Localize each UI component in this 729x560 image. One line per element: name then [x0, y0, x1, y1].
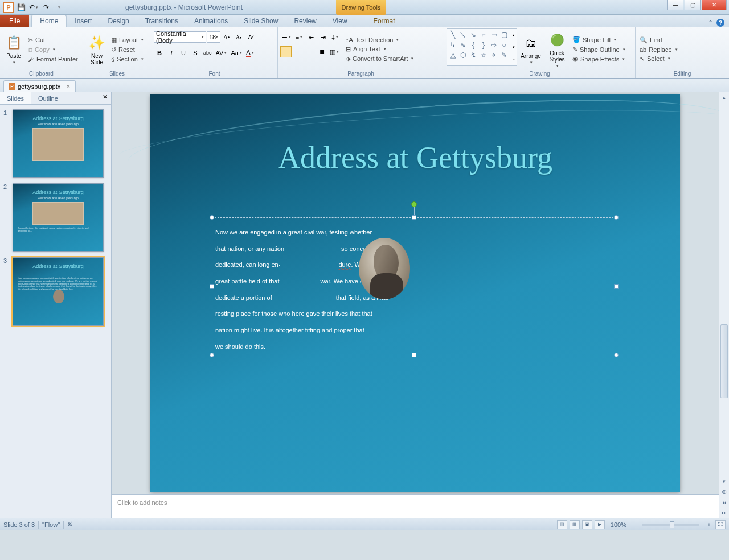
shape-oval-icon[interactable]: ○ — [499, 40, 509, 50]
prev-slide-btn[interactable]: ⏮ — [719, 497, 729, 508]
reading-view-button[interactable]: ▣ — [582, 520, 592, 529]
shape-connector-icon[interactable]: ⌐ — [479, 30, 488, 39]
lincoln-image[interactable] — [359, 238, 410, 299]
text-direction-button[interactable]: ↕AText Direction▾ — [344, 36, 415, 44]
maximize-button[interactable]: ▢ — [685, 0, 701, 10]
shape-free2-icon[interactable]: ↯ — [469, 51, 478, 60]
save-icon[interactable]: 💾 — [16, 2, 26, 13]
strikethrough-button[interactable]: S — [190, 47, 201, 59]
justify-button[interactable]: ≣ — [316, 46, 327, 57]
shape-star-icon[interactable]: ☆ — [479, 51, 488, 60]
resize-handle[interactable] — [412, 215, 416, 220]
zoom-out-button[interactable]: − — [629, 521, 637, 528]
fit-window-button[interactable]: ⛶ — [715, 520, 726, 529]
zoom-in-button[interactable]: + — [705, 521, 713, 528]
gallery-up-icon[interactable]: ▴ — [510, 29, 517, 41]
shape-tri-icon[interactable]: △ — [448, 51, 457, 60]
body-text[interactable]: Now we are engaged in a great civil war,… — [215, 222, 613, 351]
shape-arrow2-icon[interactable]: ⇨ — [489, 40, 498, 50]
scroll-thumb[interactable] — [720, 324, 728, 398]
gallery-down-icon[interactable]: ▾ — [510, 41, 517, 53]
shape-line-icon[interactable]: ╲ — [448, 30, 457, 39]
align-left-button[interactable]: ≡ — [280, 46, 292, 57]
zoom-level[interactable]: 100% — [611, 521, 626, 528]
vertical-scrollbar[interactable]: ▴ ▾ ⦿ ⏮ ⏭ — [719, 92, 729, 518]
align-right-button[interactable]: ≡ — [304, 46, 316, 57]
slide-thumbnail-1[interactable]: Address at Gettysburg Four score and sev… — [13, 109, 104, 178]
shadow-button[interactable]: abc — [202, 47, 214, 59]
clear-formatting-button[interactable]: A⁄ — [245, 31, 256, 43]
shape-free3-icon[interactable]: ✧ — [489, 51, 498, 60]
ribbon-minimize-icon[interactable]: ⌃ — [708, 19, 713, 27]
shrink-font-button[interactable]: A▾ — [233, 31, 244, 43]
resize-handle[interactable] — [210, 284, 214, 289]
text-placeholder[interactable]: Now we are engaged in a great civil war,… — [212, 217, 616, 355]
slide[interactable]: Address at Gettysburg Now we are engaged… — [150, 94, 680, 492]
slideshow-view-button[interactable]: ▶ — [595, 520, 605, 529]
shape-effects-button[interactable]: ◉Shape Effects▾ — [571, 55, 627, 63]
close-tab-icon[interactable]: ✕ — [66, 84, 71, 89]
italic-button[interactable]: I — [166, 47, 177, 59]
prev-slide-icon[interactable]: ⦿ — [719, 487, 729, 497]
slides-tab-label[interactable]: Slides — [0, 92, 31, 104]
help-icon[interactable]: ? — [716, 19, 724, 27]
slide-indicator[interactable]: Slide 3 of 3 — [3, 521, 35, 528]
shape-rect2-icon[interactable]: ▢ — [499, 30, 509, 39]
shape-brace2-icon[interactable]: } — [479, 40, 488, 50]
shape-rect-icon[interactable]: ▭ — [489, 30, 498, 39]
file-tab[interactable]: File — [0, 15, 29, 27]
redo-icon[interactable]: ↷ — [41, 2, 51, 13]
shape-hex-icon[interactable]: ⬡ — [458, 51, 468, 60]
slide-thumbnail-2[interactable]: Address at Gettysburg Four score and sev… — [13, 183, 104, 252]
normal-view-button[interactable]: ▤ — [557, 520, 567, 529]
resize-handle[interactable] — [614, 353, 619, 357]
underline-button[interactable]: U — [178, 47, 189, 59]
reset-button[interactable]: ↺Reset — [109, 46, 145, 54]
document-tab[interactable]: P gettysburg.pptx ✕ — [3, 80, 76, 92]
shape-elbow-icon[interactable]: ↳ — [448, 40, 457, 50]
shape-fill-button[interactable]: 🪣Shape Fill▾ — [571, 35, 627, 44]
shape-arrow-icon[interactable]: ↘ — [469, 30, 478, 39]
resize-handle[interactable] — [614, 215, 619, 220]
shape-free-icon[interactable]: ∿ — [458, 40, 468, 50]
shape-brace-icon[interactable]: { — [469, 40, 478, 50]
bullets-button[interactable]: ☰▾ — [280, 31, 293, 43]
animations-tab[interactable]: Animations — [186, 15, 236, 27]
bold-button[interactable]: B — [154, 47, 165, 59]
resize-handle[interactable] — [412, 353, 416, 357]
decrease-indent-button[interactable]: ⇤ — [305, 31, 317, 43]
increase-indent-button[interactable]: ⇥ — [317, 31, 329, 43]
next-slide-btn[interactable]: ⏭ — [719, 508, 729, 518]
font-color-button[interactable]: A▾ — [244, 47, 256, 59]
shapes-gallery[interactable]: ╲ ＼ ↘ ⌐ ▭ ▢ ↳ ∿ { } ⇨ ○ △ ⬡ ↯ ☆ ✧ ✎ ▴▾≡ — [447, 28, 517, 66]
close-button[interactable]: ✕ — [702, 0, 727, 10]
align-center-button[interactable]: ≡ — [292, 46, 304, 57]
insert-tab[interactable]: Insert — [67, 15, 100, 27]
zoom-slider[interactable] — [642, 524, 699, 526]
cut-button[interactable]: ✂Cut — [26, 36, 80, 44]
gallery-more-icon[interactable]: ≡ — [510, 53, 517, 65]
rotation-handle[interactable] — [411, 201, 417, 207]
spell-check-icon[interactable]: ✎̸ — [67, 521, 72, 528]
quick-styles-button[interactable]: 🟢 Quick Styles▾ — [544, 28, 570, 70]
resize-handle[interactable] — [210, 215, 214, 220]
zoom-knob[interactable] — [670, 521, 674, 528]
view-tab[interactable]: View — [325, 15, 355, 27]
replace-button[interactable]: abReplace▾ — [638, 46, 679, 53]
minimize-button[interactable]: — — [667, 0, 683, 10]
notes-pane[interactable]: Click to add notes — [112, 494, 719, 518]
undo-icon[interactable]: ↶▾ — [28, 2, 39, 13]
new-slide-button[interactable]: ✨ New Slide — [85, 28, 108, 70]
format-painter-button[interactable]: 🖌Format Painter — [26, 55, 80, 63]
grow-font-button[interactable]: A▴ — [221, 31, 232, 43]
home-tab[interactable]: Home — [31, 15, 67, 27]
resize-handle[interactable] — [210, 353, 214, 357]
numbering-button[interactable]: ≡▾ — [293, 31, 305, 43]
layout-button[interactable]: ▦Layout▾ — [109, 36, 145, 44]
change-case-button[interactable]: Aa▾ — [229, 47, 243, 59]
slide-thumbnail-3[interactable]: Address at Gettysburg Now we are engaged… — [13, 257, 104, 326]
sorter-view-button[interactable]: ▦ — [570, 520, 580, 529]
paste-button[interactable]: 📋 Paste ▾ — [2, 28, 25, 70]
section-button[interactable]: §Section▾ — [109, 55, 145, 63]
outline-tab-label[interactable]: Outline — [31, 92, 65, 104]
